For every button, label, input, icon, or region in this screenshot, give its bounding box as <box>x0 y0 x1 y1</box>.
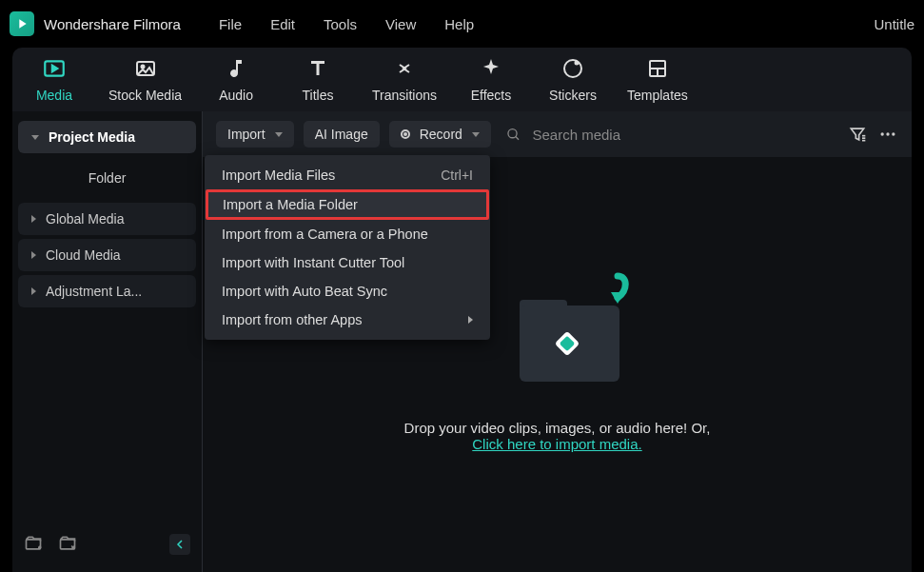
sidebar-item-project-media[interactable]: Project Media <box>18 121 196 153</box>
sidebar-footer <box>18 526 196 562</box>
ai-image-label: AI Image <box>315 127 368 142</box>
dropdown-label: Import a Media Folder <box>223 197 358 212</box>
dropdown-import-instant-cutter[interactable]: Import with Instant Cutter Tool <box>205 248 490 277</box>
main-area: Project Media Folder Global Media Cloud … <box>12 111 912 572</box>
app-name: Wondershare Filmora <box>44 16 181 32</box>
sparkle-icon <box>479 56 503 81</box>
delete-folder-icon[interactable] <box>58 534 79 555</box>
tab-stickers[interactable]: Stickers <box>545 56 600 103</box>
import-button[interactable]: Import <box>216 121 294 148</box>
more-options-icon[interactable] <box>877 124 898 145</box>
chevron-down-icon <box>31 135 39 140</box>
template-icon <box>645 56 670 81</box>
dropzone-text: Drop your video clips, images, or audio … <box>404 420 711 452</box>
sidebar-item-folder[interactable]: Folder <box>18 157 196 199</box>
import-label: Import <box>227 127 265 142</box>
svg-line-16 <box>516 136 519 139</box>
chevron-right-icon <box>31 215 36 223</box>
svg-point-5 <box>576 62 579 65</box>
text-icon <box>305 56 330 81</box>
chevron-down-icon <box>472 132 480 137</box>
sidebar-label: Folder <box>88 170 127 186</box>
tab-titles-label: Titles <box>303 88 334 103</box>
dropzone-line1: Drop your video clips, images, or audio … <box>404 420 711 436</box>
svg-marker-1 <box>52 66 57 72</box>
tab-media[interactable]: Media <box>27 56 82 103</box>
menu-file[interactable]: File <box>219 16 242 32</box>
dropdown-label: Import from a Camera or a Phone <box>222 227 428 242</box>
sidebar-label: Project Media <box>49 129 135 145</box>
menubar: File Edit Tools View Help <box>219 16 875 32</box>
tab-audio[interactable]: Audio <box>208 56 264 103</box>
dropdown-label: Import Media Files <box>222 168 335 183</box>
image-icon <box>133 56 158 81</box>
svg-point-21 <box>886 132 889 135</box>
tab-media-label: Media <box>36 88 72 103</box>
tab-transitions-label: Transitions <box>372 88 437 103</box>
dropdown-label: Import with Instant Cutter Tool <box>222 255 404 270</box>
sidebar-label: Cloud Media <box>46 247 121 263</box>
menu-help[interactable]: Help <box>444 16 474 32</box>
tab-effects-label: Effects <box>471 88 512 103</box>
tab-templates-label: Templates <box>627 88 688 103</box>
tab-effects[interactable]: Effects <box>463 56 519 103</box>
svg-point-22 <box>892 132 895 135</box>
content-toolbar: Import AI Image Record <box>203 111 912 157</box>
document-title: Untitle <box>874 16 914 32</box>
tab-titles[interactable]: Titles <box>290 56 345 103</box>
record-icon <box>401 129 410 139</box>
sidebar-label: Adjustment La... <box>46 284 142 299</box>
svg-point-15 <box>508 128 517 137</box>
sidebar: Project Media Folder Global Media Cloud … <box>12 111 203 572</box>
menu-edit[interactable]: Edit <box>270 16 295 32</box>
tab-stickers-label: Stickers <box>549 88 597 103</box>
app-logo-icon <box>10 11 34 36</box>
search-input[interactable] <box>532 127 832 143</box>
dropdown-import-auto-beat-sync[interactable]: Import with Auto Beat Sync <box>205 277 490 306</box>
dropdown-label: Import with Auto Beat Sync <box>222 284 387 299</box>
tab-stock-media-label: Stock Media <box>108 88 182 103</box>
chevron-right-icon <box>468 316 473 324</box>
import-link[interactable]: Click here to import media. <box>472 436 641 452</box>
dropdown-label: Import from other Apps <box>222 312 362 327</box>
search-box <box>501 127 837 143</box>
dropdown-import-media-files[interactable]: Import Media Files Ctrl+I <box>205 161 490 189</box>
sidebar-item-cloud-media[interactable]: Cloud Media <box>18 239 196 271</box>
tab-transitions[interactable]: Transitions <box>372 56 437 103</box>
tab-audio-label: Audio <box>219 88 253 103</box>
record-button[interactable]: Record <box>389 121 491 148</box>
sticker-icon <box>560 56 585 81</box>
filter-icon[interactable] <box>847 124 868 145</box>
folder-graphic-icon <box>520 277 634 382</box>
search-icon <box>506 127 521 143</box>
dropdown-import-other-apps[interactable]: Import from other Apps <box>205 306 490 334</box>
menu-view[interactable]: View <box>385 16 416 32</box>
main-toolbar: Media Stock Media Audio Titles Transitio… <box>12 48 912 111</box>
svg-point-20 <box>881 132 884 135</box>
titlebar: Wondershare Filmora File Edit Tools View… <box>0 0 924 48</box>
import-dropdown: Import Media Files Ctrl+I Import a Media… <box>205 155 490 340</box>
transition-icon <box>392 56 417 81</box>
new-folder-icon[interactable] <box>24 534 45 555</box>
tab-stock-media[interactable]: Stock Media <box>108 56 182 103</box>
sidebar-item-adjustment-layer[interactable]: Adjustment La... <box>18 275 196 307</box>
sidebar-label: Global Media <box>46 211 125 227</box>
chevron-right-icon <box>31 287 36 295</box>
record-label: Record <box>420 127 462 142</box>
dropdown-import-camera-phone[interactable]: Import from a Camera or a Phone <box>205 220 490 248</box>
menu-tools[interactable]: Tools <box>324 16 357 32</box>
collapse-sidebar-button[interactable] <box>169 534 190 555</box>
dropdown-shortcut: Ctrl+I <box>441 168 473 183</box>
svg-point-3 <box>141 66 144 69</box>
chevron-down-icon <box>275 132 283 137</box>
media-icon <box>42 56 67 81</box>
tab-templates[interactable]: Templates <box>627 56 688 103</box>
ai-image-button[interactable]: AI Image <box>304 121 380 148</box>
music-icon <box>224 56 248 81</box>
sidebar-item-global-media[interactable]: Global Media <box>18 203 196 235</box>
content-panel: Import AI Image Record <box>203 111 912 572</box>
dropdown-import-media-folder[interactable]: Import a Media Folder <box>206 189 489 220</box>
chevron-right-icon <box>31 251 36 259</box>
